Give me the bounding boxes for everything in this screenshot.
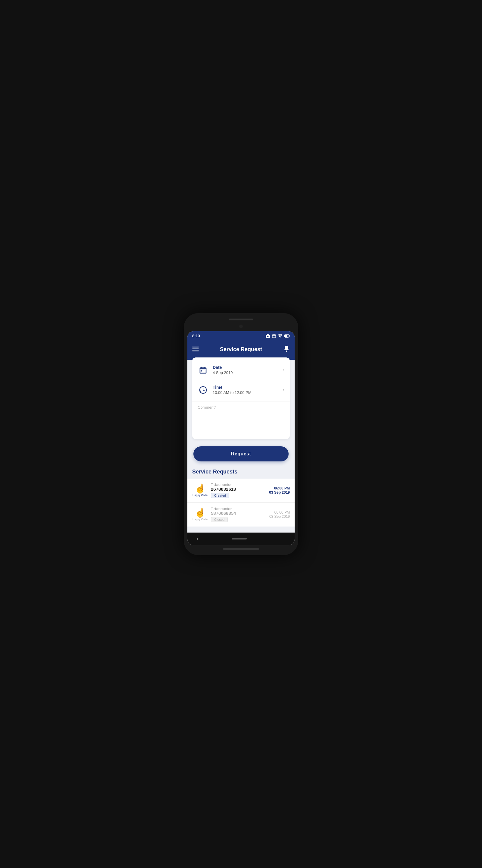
page-title: Service Request [220,346,262,352]
service-list: ☝ Happy Code Ticket number 2678832613 Cr… [187,478,295,527]
time-icon-wrap [198,384,208,396]
date-row[interactable]: Date 4 Sep 2019 › [192,361,290,380]
top-bar: Service Request [187,341,295,360]
time-chevron-icon: › [283,387,284,393]
calendar-icon [199,366,207,374]
date-display-2: 03 Sep 2019 [269,515,290,519]
bottom-nav: ‹ [187,532,295,545]
svg-rect-3 [272,335,276,338]
svg-rect-18 [200,369,206,370]
svg-rect-11 [192,348,199,349]
svg-rect-17 [204,367,205,368]
notification-bell-button[interactable] [283,345,290,354]
date-icon-wrap [198,365,208,375]
svg-rect-16 [201,367,202,368]
back-button[interactable]: ‹ [196,535,198,542]
touch-icon-2: ☝ [195,508,206,517]
battery-icon [284,334,290,338]
service-icon-label-1: Happy Code [193,494,207,497]
service-icon-wrap-1: ☝ Happy Code [192,484,208,497]
service-requests-section: Service Requests ☝ Happy Code Ticket num… [187,466,295,527]
status-time: 8:13 [192,334,200,338]
svg-rect-10 [192,347,199,347]
hamburger-icon [192,347,199,351]
svg-point-1 [267,336,269,337]
photo-icon [265,334,270,338]
calendar-status-icon [272,334,276,338]
service-details-2: Ticket number 5870068354 Closed [211,507,266,522]
bell-icon [283,345,290,352]
time-value: 10:00 AM to 12:00 PM [213,390,283,395]
time-display-1: 06:00 PM [269,486,290,490]
time-label: Time [213,385,283,390]
ticket-number-2: 5870068354 [211,510,266,516]
time-display-2: 06:00 PM [269,510,290,515]
service-icon-label-2: Happy Code [193,518,207,521]
svg-rect-19 [201,370,202,371]
status-icons [265,334,290,338]
svg-rect-12 [192,350,199,351]
wifi-icon [278,334,283,338]
status-badge-2: Closed [211,517,228,522]
ticket-number-1: 2678832613 [211,487,266,492]
svg-rect-2 [267,334,269,335]
comment-label: Comment* [198,405,284,410]
ticket-label-2: Ticket number [211,507,266,510]
svg-point-13 [286,350,287,352]
service-icon-wrap-2: ☝ Happy Code [192,508,208,521]
request-button[interactable]: Request [193,446,289,461]
date-content: Date 4 Sep 2019 [213,365,283,375]
request-button-wrap: Request [187,441,295,466]
date-display-1: 03 Sep 2019 [269,490,290,495]
content-area: Date 4 Sep 2019 › [187,360,295,532]
status-badge-1: Created [211,493,229,498]
service-requests-title: Service Requests [187,466,295,478]
form-card: Date 4 Sep 2019 › [192,358,290,439]
time-row[interactable]: Time 10:00 AM to 12:00 PM › [192,380,290,400]
date-chevron-icon: › [283,367,284,373]
ticket-label-1: Ticket number [211,483,266,487]
service-details-1: Ticket number 2678832613 Created [211,483,266,498]
clock-icon [199,386,207,394]
home-pill [232,538,247,539]
service-item-2[interactable]: ☝ Happy Code Ticket number 5870068354 Cl… [187,503,295,527]
service-time-1: 06:00 PM 03 Sep 2019 [269,486,290,495]
service-item-1[interactable]: ☝ Happy Code Ticket number 2678832613 Cr… [187,478,295,503]
status-bar: 8:13 [187,331,295,341]
date-value: 4 Sep 2019 [213,370,283,375]
svg-rect-9 [289,335,290,337]
comment-input[interactable] [198,412,284,430]
comment-section: Comment* [192,401,290,436]
date-label: Date [213,365,283,370]
touch-icon-1: ☝ [195,484,206,493]
hamburger-menu-button[interactable] [192,346,199,353]
time-content: Time 10:00 AM to 12:00 PM [213,385,283,395]
service-time-2: 06:00 PM 03 Sep 2019 [269,510,290,519]
svg-rect-8 [285,335,287,337]
